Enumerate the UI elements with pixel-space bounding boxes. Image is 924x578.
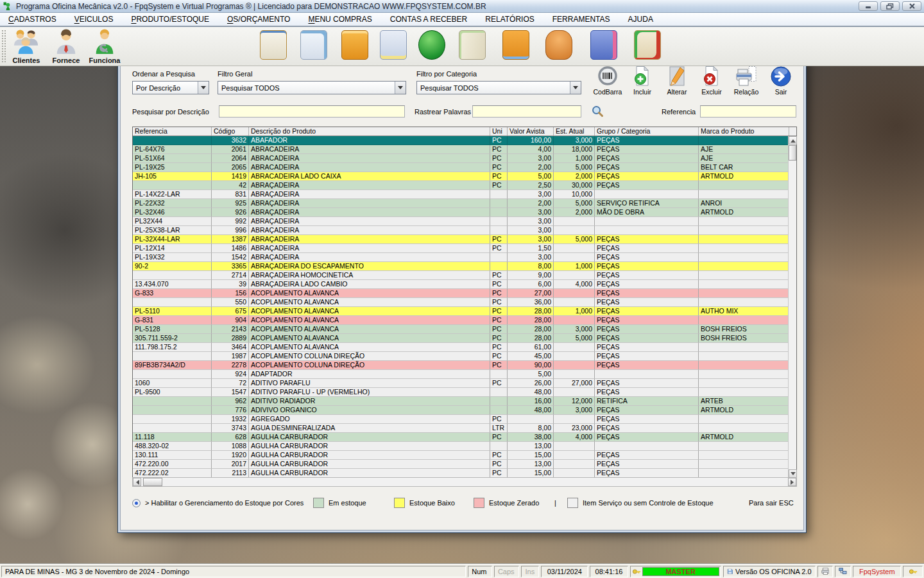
grid-row[interactable]: 13.434.07039ABRAÇADEIRA LADO CAMBIOPC6,0… <box>133 280 789 289</box>
report-board-icon[interactable] <box>590 30 617 60</box>
mdi-workspace: >>> PESQUISA DOS PRODUTOS & SERVIÇOS CAD… <box>0 66 924 564</box>
rastrear-input[interactable] <box>472 105 581 118</box>
grid-row[interactable]: 3743AGUA DESMINERALIZADALTR8,0023,000PEÇ… <box>133 424 789 433</box>
status-key-panel[interactable] <box>903 566 923 577</box>
col-grupo-categoria[interactable]: Grupo / Categoria <box>595 127 699 136</box>
grid-row[interactable]: 3632ABAFADORPC160,003,000PEÇAS <box>133 136 789 145</box>
color-management-radio[interactable] <box>132 499 141 507</box>
grid-row[interactable]: PL-51282143ACOPLAMENTO ALAVANCAPC28,003,… <box>133 325 789 334</box>
grid-row[interactable]: 2714ABRAÇADEIRA HOMOCINETICAPC9,00PEÇAS <box>133 271 789 280</box>
referencia-input[interactable] <box>700 105 796 118</box>
excluir-button[interactable]: Excluir <box>696 66 728 96</box>
menu-item-contas-a-receber[interactable]: CONTAS A RECEBER <box>383 15 474 24</box>
grid-row[interactable]: PL-32X44-LAR1387ABRAÇADEIRAPC3,005,000PE… <box>133 235 789 244</box>
grid-row[interactable]: 472.220.002017AGULHA CARBURADORPC13,00PE… <box>133 460 789 469</box>
grid-row[interactable]: 1987ACOPLAMENTO COLUNA DIREÇÃOPC45,00PEÇ… <box>133 352 789 361</box>
grid-row[interactable]: PL-95001547ADITIVO PARAFLU - UP (VERMELH… <box>133 388 789 397</box>
order-clipboard-icon[interactable] <box>260 30 287 60</box>
helmet-icon[interactable] <box>545 30 572 60</box>
grid-row[interactable]: G-831904ACOPLAMENTO ALAVANCAPC28,00PEÇAS <box>133 316 789 325</box>
application-window: Programa Oficina Mecânica v2.0 - FpqSyst… <box>0 0 924 578</box>
grid-row[interactable]: 90-23365ABRAÇADEIRA DO ESCAPAMENTO8,001,… <box>133 262 789 271</box>
sair-button[interactable]: Sair <box>765 66 797 96</box>
grid-row[interactable]: 924ADAPTADOR5,00 <box>133 370 789 379</box>
ordenar-dropdown[interactable]: Por Descrição <box>132 81 209 94</box>
col-descricao[interactable]: Descrição do Produto <box>249 127 490 136</box>
menu-item-produto-estoque[interactable]: PRODUTO/ESTOQUE <box>124 15 216 24</box>
delete-document-icon <box>701 66 723 87</box>
grid-row[interactable]: 89FB3B734A2/D2278ACOPLAMENTO COLUNA DIRE… <box>133 361 789 370</box>
pesquisar-descricao-input[interactable] <box>219 105 405 118</box>
filtro-geral-dropdown[interactable]: Pesquisar TODOS <box>218 81 406 94</box>
status-date: 03/11/2024 <box>541 566 588 577</box>
close-button[interactable] <box>902 1 921 11</box>
search-document-icon[interactable] <box>300 30 327 60</box>
grid-row[interactable]: 42ABRAÇADEIRAPC2,5030,000PEÇAS <box>133 181 789 190</box>
incluir-button[interactable]: Incluir <box>626 66 658 96</box>
grid-row[interactable]: 1932AGREGADOPCPEÇAS <box>133 415 789 424</box>
orders-folder-icon[interactable] <box>341 30 368 60</box>
scroll-left-button[interactable] <box>133 478 141 486</box>
status-printer-panel[interactable] <box>817 566 834 577</box>
grid-row[interactable]: 111.798.175.23464ACOPLAMENTO ALAVANCAPC6… <box>133 343 789 352</box>
col-codigo[interactable]: Código <box>212 127 249 136</box>
receipts-icon[interactable] <box>459 30 486 60</box>
grid-row[interactable]: PL-12X141486ABRAÇADEIRAPC1,50PEÇAS <box>133 244 789 253</box>
grid-row[interactable]: 472.222.022113AGULHA CARBURADORPC15,00PE… <box>133 469 789 478</box>
vertical-scrollbar[interactable] <box>788 136 796 478</box>
grid-row[interactable]: PL-25X38-LAR996ABRAÇADEIRA3,00 <box>133 226 789 235</box>
col-valor-avista[interactable]: Valor Avista <box>508 127 554 136</box>
filtro-categoria-dropdown[interactable]: Pesquisar TODOS <box>416 81 581 94</box>
status-network-panel[interactable] <box>835 566 851 577</box>
grid-row[interactable]: PL-19X252065ABRACADEIRAPC2,005,000PEÇASB… <box>133 163 789 172</box>
grid-row[interactable]: PL-5110675ACOPLAMENTO ALAVANCAPC28,001,0… <box>133 307 789 316</box>
grid-row[interactable]: PL-32X46926ABRAÇADEIRA3,002,000MÃO DE OB… <box>133 208 789 217</box>
grid-row[interactable]: PL-19X321542ABRAÇADEIRA3,00PEÇAS <box>133 253 789 262</box>
minimize-button[interactable] <box>859 1 878 11</box>
grid-row[interactable]: PL-64X762061ABRACADEIRAPC4,0018,000PEÇAS… <box>133 145 789 154</box>
menu-item-ferramentas[interactable]: FERRAMENTAS <box>545 15 617 24</box>
col-est-atual[interactable]: Est. Atual <box>554 127 595 136</box>
col-referencia[interactable]: Referencia <box>133 127 212 136</box>
exit-door-icon[interactable] <box>634 30 661 60</box>
scroll-right-button[interactable] <box>788 478 796 486</box>
horizontal-scroll-thumb[interactable] <box>143 478 162 486</box>
grid-row[interactable]: 11.118628AGULHA CARBURADORPC38,004,000PE… <box>133 433 789 442</box>
scroll-up-button[interactable] <box>789 136 797 144</box>
app-logo-icon <box>3 1 12 11</box>
alterar-button[interactable]: Alterar <box>661 66 693 96</box>
grid-row[interactable]: 776ADIVIVO ORGANICO48,003,000PEÇASARTMOL… <box>133 406 789 415</box>
codbarra-button[interactable]: CodBarra <box>592 66 624 96</box>
product-search-dialog: >>> PESQUISA DOS PRODUTOS & SERVIÇOS CAD… <box>117 66 807 533</box>
horizontal-scrollbar[interactable] <box>132 477 797 487</box>
menu-item-cadastros[interactable]: CADASTROS <box>1 15 64 24</box>
grid-row[interactable]: PL-14X22-LAR831ABRAÇADEIRA3,0010,000 <box>133 190 789 199</box>
grid-row[interactable]: 106072ADITIVO PARAFLUPC26,0027,000PEÇAS <box>133 379 789 388</box>
menu-item-ajuda[interactable]: AJUDA <box>621 15 660 24</box>
menu-item-os-or-amento[interactable]: OS/ORÇAMENTO <box>220 15 297 24</box>
grid-row[interactable]: 130.1111920AGULHA CARBURADORPC15,00PEÇAS <box>133 451 789 460</box>
cash-coin-icon[interactable] <box>418 30 445 60</box>
col-uni[interactable]: Uni <box>490 127 508 136</box>
vertical-scroll-thumb[interactable] <box>789 145 796 161</box>
grid-row[interactable]: PL32X44992ABRAÇADEIRA3,00 <box>133 217 789 226</box>
grid-row[interactable]: 488.320-021088AGULHA CARBURADOR13,00 <box>133 442 789 451</box>
grid-row[interactable]: 305.711.559-22889ACOPLAMENTO ALAVANCAPC2… <box>133 334 789 343</box>
grid-row[interactable]: 962ADITIVO RADIADOR16,0012,000RETIFICAAR… <box>133 397 789 406</box>
menu-item-veiculos[interactable]: VEICULOS <box>67 15 121 24</box>
restore-button[interactable] <box>880 1 900 11</box>
backup-disk-icon[interactable] <box>380 30 407 60</box>
grid-row[interactable]: PL-22X32925ABRAÇADEIRA2,005,000SERVIÇO R… <box>133 199 789 208</box>
cash-drawer-icon[interactable] <box>502 30 529 60</box>
low-stock-label: Estoque Baixo <box>409 499 455 507</box>
chevron-down-icon <box>395 82 406 94</box>
menu-item-menu-compras[interactable]: MENU COMPRAS <box>301 15 379 24</box>
col-marca[interactable]: Marca do Produto <box>699 127 789 136</box>
grid-row[interactable]: JH-1051419ABRACADEIRA LADO CAIXAPC5,002,… <box>133 172 789 181</box>
status-caps-lock: Caps <box>494 566 520 577</box>
relacao-button[interactable]: Relação <box>730 66 762 96</box>
grid-row[interactable]: G-833156ACOPLAMENTO ALAVANCAPC27,00PEÇAS <box>133 289 789 298</box>
menu-item-relat-rios[interactable]: RELATÓRIOS <box>478 15 541 24</box>
grid-row[interactable]: 550ACOPLAMENTO ALAVANCAPC36,00PEÇAS <box>133 298 789 307</box>
grid-row[interactable]: PL-51X642064ABRACADEIRAPC3,001,000PEÇASA… <box>133 154 789 163</box>
